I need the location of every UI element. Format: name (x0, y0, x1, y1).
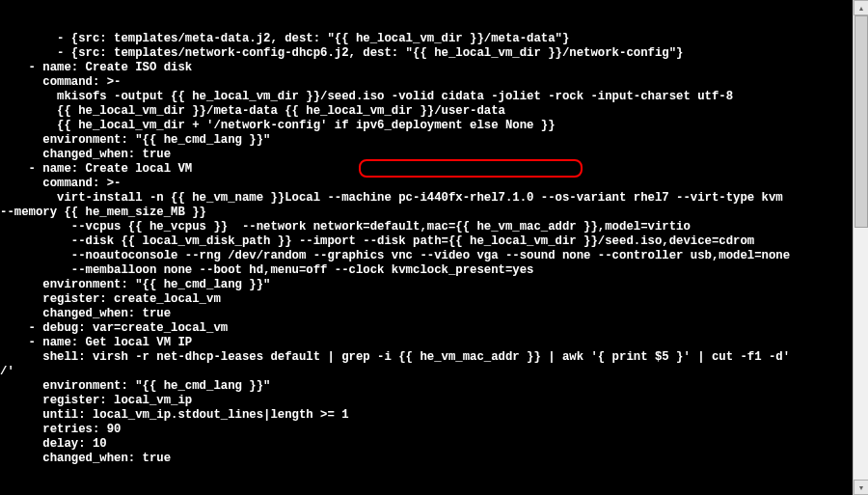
terminal-line: {{ he_local_vm_dir + '/network-config' i… (0, 119, 853, 133)
terminal-line: register: local_vm_ip (0, 394, 853, 408)
terminal-line: - {src: templates/meta-data.j2, dest: "{… (0, 32, 853, 46)
terminal-line: changed_when: true (0, 307, 853, 321)
terminal-line: command: >- (0, 177, 853, 191)
scrollbar-up-button[interactable]: ▴ (854, 0, 868, 15)
terminal-line: shell: virsh -r net-dhcp-leases default … (0, 350, 853, 365)
scrollbar-down-button[interactable]: ▾ (854, 480, 868, 495)
terminal-line: --vcpus {{ he_vcpus }} --network network… (0, 220, 853, 234)
terminal-line: --memballoon none --boot hd,menu=off --c… (0, 263, 853, 278)
terminal-line: environment: "{{ he_cmd_lang }}" (0, 379, 853, 394)
terminal-line: /' (0, 365, 853, 379)
terminal-line: - name: Create local VM (0, 162, 853, 177)
terminal-line: virt-install -n {{ he_vm_name }}Local --… (0, 191, 853, 206)
terminal-line: - {src: templates/network-config-dhcp6.j… (0, 46, 853, 61)
terminal-line: --disk {{ local_vm_disk_path }} --import… (0, 234, 853, 249)
scrollbar-thumb[interactable] (854, 15, 868, 228)
terminal-line: - name: Get local VM IP (0, 336, 853, 350)
terminal-line: retries: 90 (0, 423, 853, 437)
terminal-line: --memory {{ he_mem_size_MB }} (0, 206, 853, 220)
terminal-line: --noautoconsole --rng /dev/random --grap… (0, 249, 853, 263)
terminal-line: command: >- (0, 75, 853, 90)
terminal-line: register: create_local_vm (0, 292, 853, 307)
vertical-scrollbar[interactable]: ▴ ▾ (853, 0, 868, 495)
terminal-line: changed_when: true (0, 452, 853, 466)
terminal-line: environment: "{{ he_cmd_lang }}" (0, 133, 853, 148)
terminal-content: - {src: templates/meta-data.j2, dest: "{… (0, 32, 853, 466)
terminal-line: delay: 10 (0, 437, 853, 452)
terminal-line: mkisofs -output {{ he_local_vm_dir }}/se… (0, 90, 853, 104)
terminal-line: - debug: var=create_local_vm (0, 321, 853, 336)
terminal-line: changed_when: true (0, 148, 853, 162)
terminal-window[interactable]: - {src: templates/meta-data.j2, dest: "{… (0, 0, 853, 495)
terminal-line: until: local_vm_ip.stdout_lines|length >… (0, 408, 853, 423)
terminal-line: {{ he_local_vm_dir }}/meta-data {{ he_lo… (0, 104, 853, 119)
terminal-line: - name: Create ISO disk (0, 61, 853, 75)
terminal-line: environment: "{{ he_cmd_lang }}" (0, 278, 853, 292)
